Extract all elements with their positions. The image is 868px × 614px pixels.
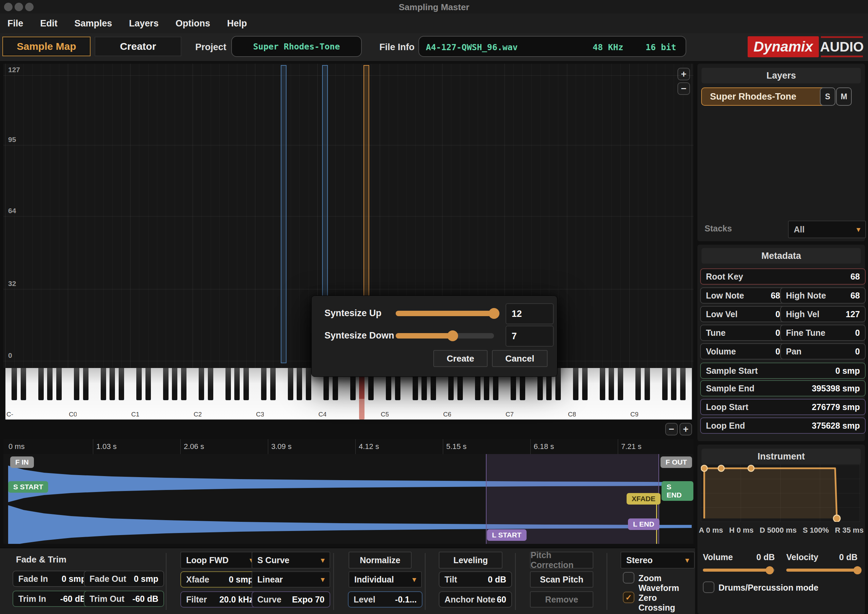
- menu-samples[interactable]: Samples: [75, 18, 112, 29]
- black-key[interactable]: [83, 368, 89, 400]
- instrument-velocity-slider[interactable]: [786, 569, 857, 572]
- loop-end-field[interactable]: Loop End375628 smp: [700, 417, 866, 434]
- black-key[interactable]: [47, 368, 53, 400]
- black-key[interactable]: [21, 368, 26, 400]
- loop-end-marker[interactable]: L END: [628, 518, 660, 530]
- black-key[interactable]: [38, 368, 44, 400]
- volume-field[interactable]: Volume0: [700, 343, 786, 360]
- black-key[interactable]: [609, 368, 614, 400]
- tab-sample-map[interactable]: Sample Map: [2, 37, 90, 56]
- grid-zoom-in-button[interactable]: +: [677, 68, 690, 80]
- tilt-field[interactable]: Tilt0 dB: [439, 571, 512, 588]
- sample-zone-bar[interactable]: [281, 65, 287, 363]
- black-key[interactable]: [11, 368, 17, 400]
- project-name-field[interactable]: Super Rhodes-Tone: [231, 36, 362, 57]
- menu-file[interactable]: File: [8, 18, 23, 29]
- loop-start-field[interactable]: Loop Start276779 smp: [700, 399, 866, 415]
- black-key[interactable]: [199, 368, 204, 400]
- fade-in-field[interactable]: Fade In0 smp: [12, 571, 92, 587]
- tune-field[interactable]: Tune0: [700, 325, 786, 341]
- slider-knob[interactable]: [447, 330, 458, 341]
- instrument-volume-slider[interactable]: [703, 569, 775, 572]
- sample-end-field[interactable]: Sample End395398 smp: [700, 380, 866, 397]
- scan-pitch-button[interactable]: Scan Pitch: [530, 571, 593, 588]
- layer-solo-button[interactable]: S: [820, 87, 835, 106]
- menu-help[interactable]: Help: [227, 18, 247, 29]
- xfade-marker[interactable]: XFADE: [627, 493, 660, 505]
- xfade-field[interactable]: Xfade0 smp: [180, 571, 259, 588]
- black-key[interactable]: [74, 368, 79, 400]
- normalize-button[interactable]: Normalize: [349, 552, 411, 569]
- sample-start-marker[interactable]: S START: [8, 481, 48, 493]
- low-note-field[interactable]: Low Note68: [700, 287, 786, 304]
- black-key[interactable]: [306, 368, 311, 400]
- loop-start-marker[interactable]: L START: [487, 529, 526, 541]
- waveform-panel[interactable]: F IN S START F OUT S END XFADE L END L S…: [3, 454, 693, 544]
- high-note-field[interactable]: High Note68: [780, 287, 866, 304]
- black-key[interactable]: [680, 368, 686, 400]
- zero-crossing-checkbox[interactable]: ✓: [623, 592, 634, 603]
- syntesize-down-slider[interactable]: [396, 333, 494, 338]
- pan-field[interactable]: Pan0: [780, 343, 866, 360]
- high-vel-field[interactable]: High Vel127: [780, 306, 866, 322]
- black-key[interactable]: [662, 368, 668, 400]
- slider-knob[interactable]: [489, 308, 500, 319]
- black-key[interactable]: [635, 368, 641, 400]
- grid-zoom-out-button[interactable]: −: [677, 82, 690, 95]
- create-button[interactable]: Create: [433, 350, 488, 367]
- syntesize-up-slider[interactable]: [396, 311, 494, 316]
- black-key[interactable]: [225, 368, 231, 400]
- anchor-note-field[interactable]: Anchor Note60: [439, 591, 512, 608]
- fade-out-marker[interactable]: F OUT: [660, 456, 692, 468]
- pitch-correction-button[interactable]: Pitch Correction: [530, 552, 593, 569]
- level-field[interactable]: Level-0.1...: [348, 591, 422, 608]
- black-key[interactable]: [181, 368, 186, 400]
- root-key-field[interactable]: Root Key68: [700, 268, 866, 285]
- slider-knob[interactable]: [766, 566, 774, 574]
- black-key[interactable]: [136, 368, 142, 400]
- xfade-curve-dropdown[interactable]: Linear▾: [252, 571, 330, 588]
- black-key[interactable]: [172, 368, 177, 400]
- drums-percussion-checkbox[interactable]: ✓: [703, 581, 714, 593]
- black-key[interactable]: [671, 368, 676, 400]
- trim-in-field[interactable]: Trim In-60 dB: [12, 591, 92, 607]
- keyboard-zoom-in-button[interactable]: +: [680, 423, 692, 436]
- normalize-mode-dropdown[interactable]: Individual▾: [349, 571, 422, 588]
- menu-layers[interactable]: Layers: [129, 18, 159, 29]
- black-key[interactable]: [297, 368, 302, 400]
- leveling-button[interactable]: Leveling: [439, 552, 503, 569]
- loop-mode-dropdown[interactable]: Loop FWD▾: [180, 552, 259, 569]
- black-key[interactable]: [573, 368, 578, 400]
- fade-out-field[interactable]: Fade Out0 smp: [84, 571, 164, 587]
- black-key[interactable]: [244, 368, 249, 400]
- layer-item[interactable]: Super Rhodes-Tone: [701, 87, 829, 106]
- sample-start-field[interactable]: Sample Start0 smp: [700, 363, 866, 379]
- curve-field[interactable]: CurveExpo 70: [252, 591, 330, 608]
- black-key[interactable]: [270, 368, 276, 400]
- remove-button[interactable]: Remove: [530, 591, 593, 608]
- black-key[interactable]: [119, 368, 124, 400]
- black-key[interactable]: [146, 368, 151, 400]
- fine-tune-field[interactable]: Fine Tune0: [780, 325, 866, 341]
- filter-field[interactable]: Filter20.0 kHz: [180, 591, 259, 608]
- tab-creator[interactable]: Creator: [95, 37, 182, 56]
- black-key[interactable]: [163, 368, 169, 400]
- black-key[interactable]: [618, 368, 623, 400]
- cancel-button[interactable]: Cancel: [492, 350, 548, 367]
- black-key[interactable]: [234, 368, 240, 400]
- black-key[interactable]: [261, 368, 267, 400]
- trim-out-field[interactable]: Trim Out-60 dB: [84, 591, 164, 607]
- stacks-dropdown[interactable]: All ▾: [788, 220, 866, 238]
- low-vel-field[interactable]: Low Vel0: [700, 306, 786, 322]
- syntesize-up-value[interactable]: 12: [506, 303, 554, 324]
- file-info-field[interactable]: A4-127-QWSH_96.wav 48 KHz 16 bit: [418, 36, 686, 57]
- black-key[interactable]: [600, 368, 605, 400]
- channel-mode-dropdown[interactable]: Stereo▾: [621, 552, 695, 569]
- zoom-waveform-checkbox[interactable]: ✓: [623, 572, 634, 583]
- black-key[interactable]: [208, 368, 213, 400]
- slider-knob[interactable]: [853, 566, 862, 574]
- fade-in-marker[interactable]: F IN: [10, 456, 34, 468]
- loop-shape-dropdown[interactable]: S Curve▾: [252, 552, 330, 569]
- black-key[interactable]: [110, 368, 115, 400]
- black-key[interactable]: [644, 368, 650, 400]
